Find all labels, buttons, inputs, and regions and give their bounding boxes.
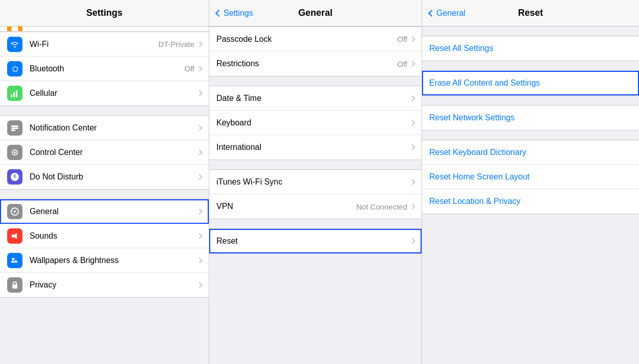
reset-home-screen-label: Reset Home Screen Layout <box>429 172 530 181</box>
wallpaper-icon <box>7 253 22 268</box>
reset-item-home-screen[interactable]: Reset Home Screen Layout <box>422 165 639 189</box>
bluetooth-chevron <box>196 66 202 71</box>
svg-point-11 <box>14 211 16 213</box>
reset-spacer-3 <box>422 131 639 140</box>
restrictions-value: Off <box>397 60 407 68</box>
bluetooth-value: Off <box>184 64 194 73</box>
reset-spacer-1 <box>422 61 639 70</box>
reset-back-chevron-icon <box>428 9 435 16</box>
wallpaper-chevron <box>196 257 202 263</box>
svg-text:⬠: ⬠ <box>12 65 18 73</box>
wallpaper-label: Wallpapers & Brightness <box>30 256 198 265</box>
reset-title: Reset <box>518 8 543 18</box>
vpn-label: VPN <box>216 202 356 211</box>
general-back-button[interactable]: Settings <box>216 9 253 18</box>
vpn-chevron <box>409 203 415 209</box>
general-item-keyboard[interactable]: Keyboard <box>209 111 422 135</box>
wifi-chevron <box>196 41 202 47</box>
general-back-label: Settings <box>224 9 253 18</box>
dnd-icon <box>7 169 22 185</box>
settings-column: Settings Wi-Fi DT-Private ⬠ Bluetooth Of… <box>0 0 209 364</box>
svg-rect-4 <box>16 90 17 97</box>
general-group-2: Date & Time Keyboard International <box>209 86 422 160</box>
svg-point-9 <box>14 151 16 153</box>
partial-icon <box>7 27 22 32</box>
dnd-label: Do Not Disturb <box>30 172 198 181</box>
reset-location-privacy-label: Reset Location & Privacy <box>429 197 521 206</box>
reset-spacer-2 <box>422 96 639 105</box>
settings-item-dnd[interactable]: Do Not Disturb <box>0 165 209 189</box>
reset-item-network[interactable]: Reset Network Settings <box>422 106 639 130</box>
general-item-vpn[interactable]: VPN Not Connected <box>209 194 422 219</box>
bluetooth-label: Bluetooth <box>30 64 184 73</box>
cellular-chevron <box>196 90 202 96</box>
general-label: General <box>30 207 198 216</box>
controlcenter-chevron <box>196 149 202 155</box>
sounds-icon <box>7 228 22 244</box>
svg-rect-12 <box>12 235 14 238</box>
general-header: Settings General <box>209 0 422 27</box>
itunes-label: iTunes Wi-Fi Sync <box>216 177 410 187</box>
reset-item-all-settings[interactable]: Reset All Settings <box>422 36 639 61</box>
reset-spacer-top <box>422 27 639 36</box>
restrictions-label: Restrictions <box>216 59 397 68</box>
svg-rect-6 <box>11 127 18 129</box>
wifi-icon <box>7 37 22 52</box>
settings-item-bluetooth[interactable]: ⬠ Bluetooth Off <box>0 57 209 81</box>
reset-column: General Reset Reset All Settings Erase A… <box>422 0 639 364</box>
settings-group-3: General Sounds Wallpapers & Brightness P… <box>0 199 209 298</box>
keyboard-label: Keyboard <box>216 118 410 127</box>
reset-item-erase-all[interactable]: Erase All Content and Settings <box>422 71 639 95</box>
reset-chevron <box>409 238 415 244</box>
passcode-value: Off <box>397 35 407 43</box>
settings-item-privacy[interactable]: Privacy <box>0 273 209 297</box>
general-chevron <box>196 209 202 214</box>
reset-header: General Reset <box>422 0 639 27</box>
privacy-chevron <box>196 282 202 288</box>
svg-rect-3 <box>13 92 15 97</box>
general-spacer-3 <box>209 219 422 228</box>
settings-item-controlcenter[interactable]: Control Center <box>0 140 209 165</box>
general-column: Settings General Passcode Lock Off Restr… <box>209 0 422 364</box>
settings-item-cellular[interactable]: Cellular <box>0 81 209 106</box>
settings-item-wifi[interactable]: Wi-Fi DT-Private <box>0 32 209 57</box>
general-item-datetime[interactable]: Date & Time <box>209 86 422 111</box>
reset-back-button[interactable]: General <box>429 9 465 18</box>
general-item-international[interactable]: International <box>209 135 422 160</box>
reset-all-settings-label: Reset All Settings <box>429 44 493 53</box>
svg-point-0 <box>11 27 18 32</box>
spacer-1 <box>0 106 209 115</box>
reset-keyboard-dict-label: Reset Keyboard Dictionary <box>429 148 526 157</box>
svg-rect-7 <box>11 129 15 131</box>
settings-item-sounds[interactable]: Sounds <box>0 224 209 248</box>
international-chevron <box>409 144 415 150</box>
vpn-value: Not Connected <box>356 202 407 211</box>
general-item-passcode[interactable]: Passcode Lock Off <box>209 27 422 51</box>
reset-group-1: Reset All Settings <box>422 36 639 61</box>
itunes-chevron <box>409 179 415 185</box>
general-icon <box>7 204 22 219</box>
general-group-4: Reset <box>209 228 422 254</box>
general-title: General <box>298 8 332 18</box>
reset-network-label: Reset Network Settings <box>429 113 514 122</box>
settings-item-general[interactable]: General <box>0 199 209 224</box>
general-item-reset[interactable]: Reset <box>209 229 422 253</box>
general-item-restrictions[interactable]: Restrictions Off <box>209 51 422 76</box>
settings-item-wallpaper[interactable]: Wallpapers & Brightness <box>0 248 209 273</box>
reset-group-3: Reset Network Settings <box>422 105 639 131</box>
general-group-3: iTunes Wi-Fi Sync VPN Not Connected <box>209 169 422 219</box>
dnd-chevron <box>196 174 202 179</box>
reset-item-location-privacy[interactable]: Reset Location & Privacy <box>422 189 639 214</box>
settings-item-notification[interactable]: Notification Center <box>0 116 209 140</box>
controlcenter-icon <box>7 145 22 160</box>
svg-rect-14 <box>12 284 17 289</box>
cellular-icon <box>7 86 22 101</box>
general-item-itunes[interactable]: iTunes Wi-Fi Sync <box>209 170 422 194</box>
sounds-chevron <box>196 233 202 239</box>
cellular-label: Cellular <box>30 89 194 98</box>
reset-item-keyboard-dict[interactable]: Reset Keyboard Dictionary <box>422 140 639 165</box>
settings-title: Settings <box>86 8 122 18</box>
general-spacer-2 <box>209 160 422 169</box>
privacy-icon <box>7 277 22 293</box>
general-group-1: Passcode Lock Off Restrictions Off <box>209 27 422 76</box>
